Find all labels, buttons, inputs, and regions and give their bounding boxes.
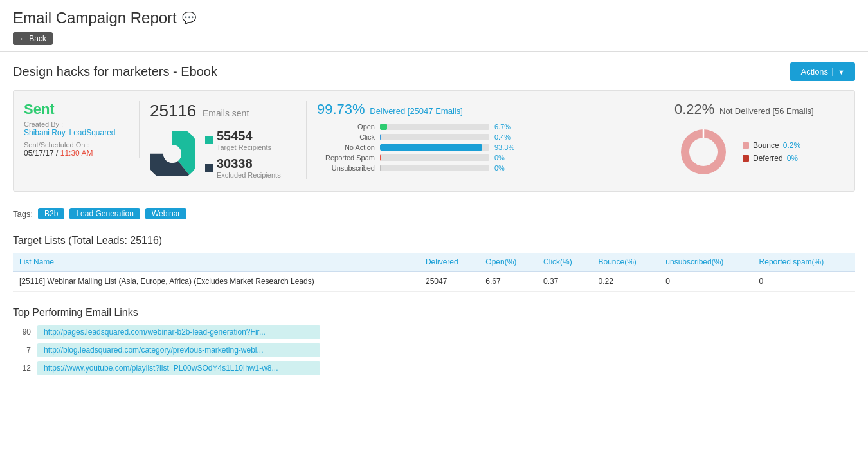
- col-delivered: Delivered: [419, 253, 479, 272]
- sent-on-label: Sent/Scheduled On :: [24, 141, 129, 149]
- page-title: Email Campaign Report 💬: [13, 9, 855, 27]
- link-row-3: 12 https://www.youtube.com/playlist?list…: [13, 361, 855, 375]
- col-bounce-pct: Bounce(%): [592, 253, 659, 272]
- main-content: Design hacks for marketers - Ebook Actio…: [0, 52, 868, 401]
- excluded-recipients-label: Excluded Recipients: [217, 171, 281, 179]
- link-url-3[interactable]: https://www.youtube.com/playlist?list=PL…: [37, 361, 320, 375]
- deferred-dot: [743, 155, 749, 162]
- target-lists-table: List Name Delivered Open(%) Click(%) Bou…: [13, 253, 855, 292]
- unsub-label: Unsubscribed: [317, 164, 375, 172]
- spam-label: Reported Spam: [317, 154, 375, 162]
- cell-click-pct: 0.37: [537, 272, 592, 292]
- open-label: Open: [317, 123, 375, 131]
- bounce-label: Bounce: [753, 141, 779, 150]
- not-delivered-pct: 0.22%: [674, 101, 714, 117]
- actions-button[interactable]: Actions ▼: [790, 62, 855, 81]
- link-count-3: 12: [13, 364, 31, 373]
- unsub-pct: 0%: [494, 164, 518, 172]
- link-row-2: 7 http://blog.leadsquared.com/category/p…: [13, 343, 855, 357]
- stats-box: Sent Created By : Shibani Roy, LeadSquar…: [13, 90, 855, 192]
- created-by-label: Created By :: [24, 120, 129, 128]
- spam-track: [380, 154, 489, 161]
- back-label: ← Back: [19, 34, 46, 43]
- col-open-pct: Open(%): [479, 253, 537, 272]
- col-list-name: List Name: [13, 253, 419, 272]
- sent-label: Sent: [24, 101, 129, 118]
- target-recipients-count: 55454: [217, 129, 271, 144]
- unsub-bar-row: Unsubscribed 0%: [317, 164, 653, 172]
- bounce-val: 0.2%: [783, 141, 800, 150]
- created-by-name: Shibani Roy, LeadSquared: [24, 128, 129, 137]
- open-bar-row: Open 6.7%: [317, 123, 653, 131]
- sent-time: 11:30 AM: [60, 149, 93, 158]
- top-links-section: Top Performing Email Links 90 http://pag…: [13, 307, 855, 375]
- click-pct: 0.4%: [494, 133, 518, 141]
- teal-dot: [205, 136, 213, 144]
- bounce-dot: [743, 142, 749, 149]
- table-body: [25116] Webinar Mailing List (Asia, Euro…: [13, 272, 855, 292]
- click-label: Click: [317, 133, 375, 141]
- pie-chart: [150, 131, 195, 176]
- not-delivered-text: Not Delivered [56 Emails]: [719, 106, 814, 116]
- target-lists-title: Target Lists (Total Leads: 25116): [13, 235, 855, 246]
- table-row: [25116] Webinar Mailing List (Asia, Euro…: [13, 272, 855, 292]
- bounce-legend-item: Bounce 0.2%: [743, 141, 800, 150]
- open-fill: [380, 124, 387, 130]
- sent-date: 05/17/17: [24, 149, 54, 158]
- link-count-2: 7: [13, 346, 31, 355]
- cell-open-pct: 6.67: [479, 272, 537, 292]
- tag-lead-generation[interactable]: Lead Generation: [69, 208, 140, 219]
- no-action-pct: 93.3%: [494, 144, 518, 151]
- delivered-section: 99.73% Delivered [25047 Emails] Open 6.7…: [307, 101, 664, 172]
- cell-delivered: 25047: [419, 272, 479, 292]
- back-button[interactable]: ← Back: [13, 32, 53, 45]
- no-action-bar-row: No Action 93.3%: [317, 144, 653, 151]
- page-title-text: Email Campaign Report: [13, 9, 177, 27]
- legend-items: Bounce 0.2% Deferred 0%: [743, 141, 800, 163]
- donut-chart: [674, 123, 732, 181]
- tag-webinar[interactable]: Webinar: [145, 208, 186, 219]
- link-url-2[interactable]: http://blog.leadsquared.com/category/pre…: [37, 343, 320, 357]
- campaign-title: Design hacks for marketers - Ebook: [13, 64, 217, 79]
- col-spam-pct: Reported spam(%): [753, 253, 855, 272]
- deferred-legend-item: Deferred 0%: [743, 154, 800, 163]
- excluded-recipients-count: 30338: [217, 156, 281, 171]
- cell-unsub-pct: 0: [659, 272, 752, 292]
- target-recipients-item: 55454 Target Recipients: [205, 129, 281, 151]
- unsub-fill: [380, 165, 381, 171]
- click-fill: [380, 134, 381, 140]
- sent-on-value: 05/17/17 / 11:30 AM: [24, 149, 129, 158]
- no-action-fill: [380, 144, 482, 151]
- col-click-pct: Click(%): [537, 253, 592, 272]
- link-url-1[interactable]: http://pages.leadsquared.com/webinar-b2b…: [37, 325, 320, 339]
- not-delivered-header: 0.22% Not Delivered [56 Emails]: [674, 101, 834, 118]
- cell-bounce-pct: 0.22: [592, 272, 659, 292]
- bar-rows: Open 6.7% Click 0.4% No Action: [317, 123, 653, 172]
- emails-sent-section: 25116 Emails sent 55454 Target: [140, 101, 307, 179]
- emails-sent-number: 25116: [150, 101, 196, 120]
- svg-point-2: [163, 145, 181, 163]
- link-count-1: 90: [13, 328, 31, 337]
- chat-icon: 💬: [182, 11, 196, 25]
- pie-recipients: 55454 Target Recipients 30338 Excluded R…: [150, 129, 296, 179]
- delivered-pct: 99.73%: [317, 101, 365, 117]
- dark-dot: [205, 164, 213, 172]
- sent-section: Sent Created By : Shibani Roy, LeadSquar…: [24, 101, 140, 158]
- emails-sent-label: Emails sent: [203, 108, 249, 118]
- no-action-label: No Action: [317, 144, 375, 151]
- click-bar-row: Click 0.4%: [317, 133, 653, 141]
- unsub-track: [380, 165, 489, 171]
- table-header: List Name Delivered Open(%) Click(%) Bou…: [13, 253, 855, 272]
- svg-point-4: [689, 138, 718, 166]
- emails-sent-header: 25116 Emails sent: [150, 101, 296, 121]
- open-track: [380, 124, 489, 130]
- deferred-val: 0%: [787, 154, 798, 163]
- cell-list-name: [25116] Webinar Mailing List (Asia, Euro…: [13, 272, 419, 292]
- recipients-list: 55454 Target Recipients 30338 Excluded R…: [205, 129, 281, 179]
- delivered-text: Delivered [25047 Emails]: [370, 106, 463, 116]
- spam-pct: 0%: [494, 154, 518, 162]
- open-pct: 6.7%: [494, 123, 518, 131]
- tag-b2b[interactable]: B2b: [38, 208, 64, 219]
- delivered-header: 99.73% Delivered [25047 Emails]: [317, 101, 653, 118]
- click-track: [380, 134, 489, 140]
